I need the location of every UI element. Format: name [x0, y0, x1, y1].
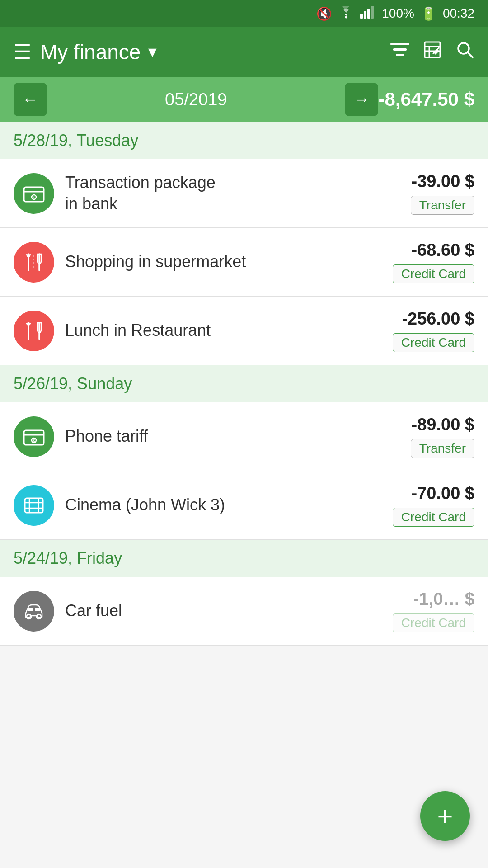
edit-button[interactable] — [423, 40, 442, 64]
transaction-item[interactable]: Lunch in Restaurant -256.00 $ Credit Car… — [0, 297, 488, 365]
status-bar: 🔇 100% 🔋 00:32 — [0, 0, 488, 27]
month-total: -8,647.50 $ — [378, 89, 474, 110]
transaction-amount: -256.00 $ — [402, 309, 474, 329]
transaction-description: Lunch in Restaurant — [65, 320, 382, 341]
svg-rect-2 — [364, 11, 366, 19]
menu-button[interactable]: ☰ — [14, 42, 31, 62]
prev-month-button[interactable]: ← — [14, 83, 47, 116]
month-label: 05/2019 — [47, 90, 345, 109]
transaction-tag: Transfer — [411, 196, 474, 215]
date-label-2: 5/26/19, Sunday — [14, 374, 132, 393]
transaction-amount: -1,0… $ — [413, 590, 474, 609]
transaction-item[interactable]: $ Phone tariff -89.00 $ Transfer — [0, 402, 488, 471]
transaction-right: -1,0… $ Credit Card — [393, 590, 474, 632]
transaction-tag: Credit Card — [393, 333, 474, 352]
svg-point-13 — [458, 43, 469, 54]
transaction-tag: Transfer — [411, 439, 474, 458]
fab-plus-icon: + — [437, 801, 453, 832]
app-title: My finance — [40, 40, 141, 64]
transaction-item[interactable]: $ Transaction packagein bank -39.00 $ Tr… — [0, 159, 488, 228]
transaction-icon-food2 — [14, 311, 54, 351]
transaction-item[interactable]: Cinema (John Wick 3) -70.00 $ Credit Car… — [0, 471, 488, 540]
battery-icon: 🔋 — [421, 6, 436, 21]
date-section-1: 5/28/19, Tuesday — [0, 122, 488, 159]
app-title-container[interactable]: My finance ▼ — [40, 40, 381, 64]
app-bar-actions — [390, 40, 474, 64]
svg-point-0 — [345, 16, 347, 18]
transaction-amount: -70.00 $ — [412, 484, 474, 503]
svg-rect-5 — [390, 43, 409, 45]
transaction-icon-cinema — [14, 485, 54, 526]
transaction-tag: Credit Card — [393, 508, 474, 527]
transaction-right: -70.00 $ Credit Card — [393, 484, 474, 527]
transaction-description: Phone tariff — [65, 426, 400, 447]
date-label-1: 5/28/19, Tuesday — [14, 131, 138, 150]
svg-line-14 — [468, 52, 473, 58]
title-dropdown-arrow: ▼ — [145, 44, 160, 61]
transaction-amount: -89.00 $ — [412, 415, 474, 434]
transaction-amount: -68.60 $ — [412, 241, 474, 260]
svg-rect-33 — [28, 608, 33, 611]
transaction-right: -39.00 $ Transfer — [411, 172, 474, 215]
svg-rect-1 — [360, 14, 363, 19]
svg-rect-28 — [25, 498, 43, 513]
signal-icon — [360, 6, 375, 22]
status-icons: 🔇 100% 🔋 00:32 — [316, 6, 474, 22]
transaction-icon-phone: $ — [14, 416, 54, 457]
svg-rect-6 — [393, 48, 407, 51]
svg-rect-34 — [35, 608, 40, 611]
app-bar: ☰ My finance ▼ — [0, 27, 488, 77]
svg-rect-3 — [367, 9, 370, 19]
transaction-icon-food — [14, 242, 54, 283]
svg-text:$: $ — [33, 438, 35, 443]
mute-icon: 🔇 — [316, 6, 332, 21]
date-section-2: 5/26/19, Sunday — [0, 365, 488, 402]
transaction-tag: Credit Card — [393, 613, 474, 632]
transaction-description: Transaction packagein bank — [65, 172, 400, 215]
battery-text: 100% — [382, 6, 414, 21]
transaction-amount: -39.00 $ — [412, 172, 474, 191]
filter-button[interactable] — [390, 41, 409, 63]
month-navigator: ← 05/2019 → -8,647.50 $ — [0, 77, 488, 122]
transaction-item[interactable]: Car fuel -1,0… $ Credit Card — [0, 577, 488, 646]
transaction-icon-car — [14, 591, 54, 632]
svg-rect-4 — [371, 6, 374, 19]
transaction-right: -256.00 $ Credit Card — [393, 309, 474, 352]
search-button[interactable] — [455, 40, 474, 64]
time-text: 00:32 — [443, 6, 474, 21]
transaction-right: -68.60 $ Credit Card — [393, 241, 474, 283]
date-section-3: 5/24/19, Friday — [0, 540, 488, 577]
transaction-tag: Credit Card — [393, 264, 474, 283]
transaction-right: -89.00 $ Transfer — [411, 415, 474, 458]
next-month-button[interactable]: → — [345, 83, 378, 116]
transaction-description: Car fuel — [65, 600, 382, 622]
transaction-icon-dollar: $ — [14, 173, 54, 214]
svg-text:$: $ — [32, 195, 35, 200]
date-label-3: 5/24/19, Friday — [14, 549, 122, 567]
svg-rect-7 — [396, 54, 404, 56]
transaction-item[interactable]: Shopping in supermarket -68.60 $ Credit … — [0, 228, 488, 297]
transaction-description: Shopping in supermarket — [65, 251, 382, 273]
transaction-description: Cinema (John Wick 3) — [65, 495, 382, 516]
wifi-icon — [338, 6, 354, 22]
add-transaction-fab[interactable]: + — [420, 791, 470, 841]
